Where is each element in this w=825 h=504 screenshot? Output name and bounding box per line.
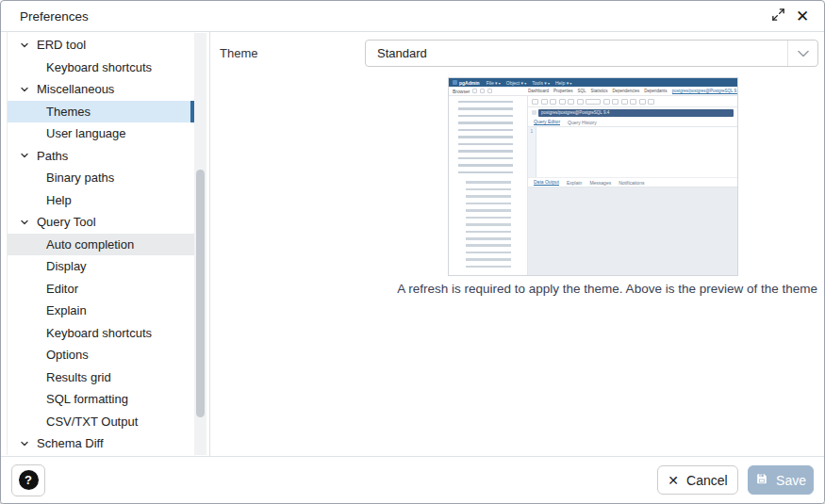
preview-menu-tools: Tools ▾ — [532, 80, 550, 86]
save-button[interactable]: Save — [748, 465, 814, 495]
sidebar-item-label: Keyboard shortcuts — [46, 326, 152, 340]
chevron-down-icon — [19, 438, 30, 449]
theme-refresh-note: A refresh is required to apply the theme… — [365, 282, 817, 296]
preview-tab-row: Browser Dashboard Properties SQL Statist… — [449, 87, 737, 96]
preview-menu-object: Object ▾ — [506, 80, 526, 86]
preview-menu-help: Help ▾ — [555, 80, 571, 86]
sidebar-item-results-grid[interactable]: Results grid — [8, 366, 194, 389]
cancel-button-label: Cancel — [686, 473, 728, 488]
preview-menu-file: File ▾ — [487, 80, 501, 86]
preview-brand-label: pgAdmin — [459, 80, 480, 86]
glyph — [472, 89, 477, 93]
theme-select[interactable]: Standard — [365, 40, 818, 67]
preferences-tree-pane: ERD tool Keyboard shortcuts Miscellaneou… — [1, 32, 210, 456]
preferences-dialog: Preferences ✕ ERD tool Keyboard shortcu — [0, 0, 825, 504]
preview-connection-row: postgres/postgres@PostgreSQL 9.4 — [532, 108, 734, 117]
sidebar-item-label: Paths — [37, 149, 68, 163]
toolbar-button-glyph — [630, 99, 636, 105]
sidebar-item-label: User language — [46, 126, 126, 140]
tree-scrollbar-track[interactable] — [194, 33, 206, 455]
preview-editor-area: 1 — [528, 127, 737, 178]
sidebar-item-help[interactable]: Help — [8, 189, 194, 212]
sidebar-item-display[interactable]: Display — [8, 255, 194, 278]
sidebar-item-options[interactable]: Options — [8, 344, 194, 366]
sidebar-item-editor[interactable]: Editor — [8, 278, 194, 301]
sidebar-item-label: Display — [46, 259, 87, 273]
toolbar-button-glyph — [532, 99, 538, 105]
sidebar-item-label: Auto completion — [46, 237, 134, 252]
preview-line-number: 1 — [528, 127, 536, 177]
chevron-down-icon — [19, 217, 30, 228]
preview-tab: Properties — [553, 89, 573, 93]
sidebar-item-label: Results grid — [46, 370, 111, 384]
preview-output-tabs: Data Output Explain Messages Notificatio… — [528, 178, 737, 187]
preview-query-toolbar — [528, 96, 737, 107]
sidebar-item-csv-txt-output[interactable]: CSV/TXT Output — [8, 411, 194, 433]
sidebar-item-binary-paths[interactable]: Binary paths — [8, 167, 194, 189]
sidebar-item-label: ERD tool — [37, 38, 86, 52]
sidebar-item-label: Editor — [46, 282, 78, 296]
sidebar-item-qt-keyboard-shortcuts[interactable]: Keyboard shortcuts — [8, 322, 194, 345]
sidebar-item-paths[interactable]: Paths — [8, 145, 194, 168]
toolbar-button-glyph — [612, 99, 619, 105]
cancel-button[interactable]: ✕ Cancel — [657, 465, 738, 495]
preview-tab: Dependants — [644, 89, 667, 93]
help-button[interactable]: ? — [11, 464, 45, 496]
dialog-header: Preferences ✕ — [1, 1, 824, 32]
preview-output-tab: Data Output — [534, 179, 559, 186]
sidebar-item-themes[interactable]: Themes — [8, 101, 194, 123]
toolbar-button-glyph — [559, 99, 566, 105]
chevron-down-icon — [787, 41, 817, 66]
glyph — [480, 89, 485, 93]
expand-dialog-button[interactable] — [766, 5, 790, 27]
sidebar-item-label: Query Tool — [37, 215, 96, 229]
sidebar-item-query-tool[interactable]: Query Tool — [8, 211, 194, 234]
sidebar-item-label: Binary paths — [46, 171, 114, 185]
preview-tree-lines — [466, 181, 511, 269]
save-button-label: Save — [776, 473, 806, 488]
preview-output-tab: Notifications — [619, 180, 644, 186]
question-mark-icon: ? — [19, 470, 39, 490]
preview-menus: File ▾ Object ▾ Tools ▾ Help ▾ — [487, 80, 572, 86]
preview-menubar: pgAdmin File ▾ Object ▾ Tools ▾ Help ▾ — [449, 78, 737, 87]
preview-output-area — [528, 187, 737, 275]
toolbar-button-glyph — [586, 99, 601, 105]
theme-select-value: Standard — [366, 46, 787, 60]
toolbar-button-glyph — [568, 99, 574, 105]
dialog-footer: ? ✕ Cancel Save — [1, 456, 824, 503]
sidebar-item-label: CSV/TXT Output — [46, 415, 138, 429]
sidebar-item-erd-tool[interactable]: ERD tool — [8, 34, 194, 57]
save-icon — [755, 472, 768, 488]
preview-body: postgres/postgres@PostgreSQL 9.4 Query E… — [449, 96, 737, 275]
preview-tab: Dependencies — [613, 89, 640, 93]
tree-scrollbar-thumb[interactable] — [196, 170, 205, 417]
preview-tabs: Dashboard Properties SQL Statistics Depe… — [528, 89, 737, 94]
toolbar-button-glyph — [577, 99, 584, 105]
preview-tab: Statistics — [591, 89, 608, 93]
sidebar-item-schema-diff[interactable]: Schema Diff — [8, 432, 194, 455]
preview-output-tab: Messages — [589, 180, 611, 186]
close-dialog-button[interactable]: ✕ — [790, 5, 815, 27]
sidebar-item-label: SQL formatting — [46, 392, 128, 406]
glyph — [487, 89, 492, 93]
sidebar-item-user-language[interactable]: User language — [8, 122, 194, 145]
preview-tree-lines — [458, 101, 513, 176]
sidebar-item-auto-completion[interactable]: Auto completion — [8, 234, 194, 256]
dialog-title: Preferences — [20, 9, 89, 24]
chevron-down-icon — [19, 40, 30, 51]
preview-editor-tab: Query Editor — [534, 119, 560, 125]
preview-query-tool: postgres/postgres@PostgreSQL 9.4 Query E… — [528, 96, 737, 275]
chevron-down-icon — [19, 150, 30, 161]
toolbar-button-glyph — [639, 99, 646, 105]
preview-tab: Dashboard — [528, 89, 549, 93]
toolbar-button-glyph — [621, 99, 628, 105]
sidebar-item-miscellaneous[interactable]: Miscellaneous — [8, 78, 194, 101]
preview-connection-bar: postgres/postgres@PostgreSQL 9.4 — [538, 109, 734, 117]
sidebar-item-explain[interactable]: Explain — [8, 300, 194, 322]
sidebar-item-erd-keyboard-shortcuts[interactable]: Keyboard shortcuts — [8, 57, 194, 79]
connection-icon — [532, 110, 536, 115]
sidebar-item-sql-formatting[interactable]: SQL formatting — [8, 388, 194, 411]
sidebar-item-label: Schema Diff — [37, 436, 104, 450]
sidebar-item-label: Themes — [46, 105, 91, 119]
sidebar-item-label: Options — [46, 348, 89, 362]
